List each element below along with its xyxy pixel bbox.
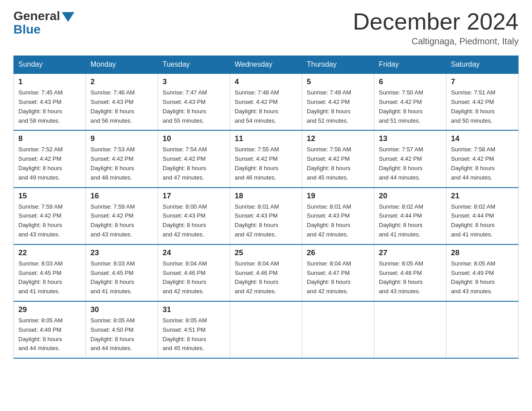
day-info: Sunrise: 8:04 AM Sunset: 4:47 PM Dayligh… — [307, 259, 369, 296]
day-number: 9 — [90, 134, 153, 143]
calendar-cell: 30 Sunrise: 8:05 AM Sunset: 4:50 PM Dayl… — [86, 301, 158, 358]
day-info: Sunrise: 8:01 AM Sunset: 4:43 PM Dayligh… — [307, 202, 369, 240]
day-number: 2 — [90, 77, 153, 86]
day-info: Sunrise: 8:03 AM Sunset: 4:45 PM Dayligh… — [90, 259, 153, 296]
day-info: Sunrise: 8:05 AM Sunset: 4:51 PM Dayligh… — [163, 316, 225, 353]
logo-general-text: General — [13, 9, 60, 23]
calendar-cell: 16 Sunrise: 7:59 AM Sunset: 4:42 PM Dayl… — [86, 188, 158, 244]
week-row-5: 29 Sunrise: 8:05 AM Sunset: 4:49 PM Dayl… — [14, 301, 519, 358]
day-info: Sunrise: 8:00 AM Sunset: 4:43 PM Dayligh… — [163, 202, 225, 240]
day-number: 10 — [163, 134, 225, 143]
day-header-sunday: Sunday — [14, 56, 86, 74]
day-number: 16 — [90, 192, 153, 201]
day-number: 5 — [307, 77, 369, 86]
day-info: Sunrise: 7:59 AM Sunset: 4:42 PM Dayligh… — [90, 202, 153, 240]
day-info: Sunrise: 7:53 AM Sunset: 4:42 PM Dayligh… — [90, 145, 153, 182]
day-number: 1 — [18, 77, 81, 86]
day-header-tuesday: Tuesday — [158, 56, 230, 74]
day-info: Sunrise: 8:03 AM Sunset: 4:45 PM Dayligh… — [18, 259, 81, 296]
day-header-thursday: Thursday — [302, 56, 374, 74]
day-number: 15 — [18, 192, 81, 201]
day-info: Sunrise: 7:58 AM Sunset: 4:42 PM Dayligh… — [451, 145, 514, 182]
day-info: Sunrise: 7:51 AM Sunset: 4:42 PM Dayligh… — [451, 88, 514, 125]
page-header: General Blue December 2024 Caltignaga, P… — [13, 9, 519, 47]
day-number: 14 — [451, 134, 514, 143]
day-header-monday: Monday — [86, 56, 158, 74]
day-info: Sunrise: 8:04 AM Sunset: 4:46 PM Dayligh… — [235, 259, 297, 296]
week-row-3: 15 Sunrise: 7:59 AM Sunset: 4:42 PM Dayl… — [14, 188, 519, 244]
day-number: 30 — [90, 305, 153, 314]
day-info: Sunrise: 7:46 AM Sunset: 4:43 PM Dayligh… — [90, 88, 153, 125]
calendar-cell: 19 Sunrise: 8:01 AM Sunset: 4:43 PM Dayl… — [302, 188, 374, 244]
day-number: 17 — [163, 192, 225, 201]
calendar-cell: 28 Sunrise: 8:05 AM Sunset: 4:49 PM Dayl… — [446, 244, 519, 301]
day-number: 21 — [451, 192, 514, 201]
calendar-cell — [302, 301, 374, 358]
calendar-cell: 26 Sunrise: 8:04 AM Sunset: 4:47 PM Dayl… — [302, 244, 374, 301]
calendar-cell: 12 Sunrise: 7:56 AM Sunset: 4:42 PM Dayl… — [302, 130, 374, 187]
logo-arrow-icon — [62, 12, 74, 22]
calendar-cell: 23 Sunrise: 8:03 AM Sunset: 4:45 PM Dayl… — [86, 244, 158, 301]
day-header-friday: Friday — [374, 56, 446, 74]
day-header-row: SundayMondayTuesdayWednesdayThursdayFrid… — [14, 56, 519, 74]
day-number: 29 — [18, 305, 81, 314]
day-info: Sunrise: 8:05 AM Sunset: 4:49 PM Dayligh… — [451, 259, 514, 296]
day-info: Sunrise: 8:04 AM Sunset: 4:46 PM Dayligh… — [163, 259, 225, 296]
day-number: 6 — [379, 77, 442, 86]
day-number: 22 — [18, 248, 81, 257]
day-number: 12 — [307, 134, 369, 143]
calendar-cell: 15 Sunrise: 7:59 AM Sunset: 4:42 PM Dayl… — [14, 188, 86, 244]
day-number: 13 — [379, 134, 442, 143]
logo-blue-text: Blue — [13, 22, 41, 37]
day-info: Sunrise: 7:50 AM Sunset: 4:42 PM Dayligh… — [379, 88, 442, 125]
calendar-cell: 4 Sunrise: 7:48 AM Sunset: 4:42 PM Dayli… — [230, 73, 302, 130]
calendar-cell — [230, 301, 302, 358]
day-number: 19 — [307, 192, 369, 201]
calendar-cell: 1 Sunrise: 7:45 AM Sunset: 4:43 PM Dayli… — [14, 73, 86, 130]
calendar-cell: 18 Sunrise: 8:01 AM Sunset: 4:43 PM Dayl… — [230, 188, 302, 244]
week-row-2: 8 Sunrise: 7:52 AM Sunset: 4:42 PM Dayli… — [14, 130, 519, 187]
calendar-cell: 29 Sunrise: 8:05 AM Sunset: 4:49 PM Dayl… — [14, 301, 86, 358]
day-number: 4 — [235, 77, 297, 86]
calendar-cell: 25 Sunrise: 8:04 AM Sunset: 4:46 PM Dayl… — [230, 244, 302, 301]
calendar-cell — [446, 301, 519, 358]
calendar-cell: 5 Sunrise: 7:49 AM Sunset: 4:42 PM Dayli… — [302, 73, 374, 130]
day-number: 20 — [379, 192, 442, 201]
calendar-cell: 14 Sunrise: 7:58 AM Sunset: 4:42 PM Dayl… — [446, 130, 519, 187]
month-title: December 2024 — [353, 9, 519, 34]
calendar-cell: 20 Sunrise: 8:02 AM Sunset: 4:44 PM Dayl… — [374, 188, 446, 244]
logo: General Blue — [13, 9, 74, 37]
day-info: Sunrise: 8:05 AM Sunset: 4:49 PM Dayligh… — [18, 316, 81, 353]
location-subtitle: Caltignaga, Piedmont, Italy — [353, 36, 519, 47]
day-number: 24 — [163, 248, 225, 257]
day-info: Sunrise: 8:02 AM Sunset: 4:44 PM Dayligh… — [451, 202, 514, 240]
calendar-cell: 10 Sunrise: 7:54 AM Sunset: 4:42 PM Dayl… — [158, 130, 230, 187]
day-number: 8 — [18, 134, 81, 143]
day-info: Sunrise: 7:47 AM Sunset: 4:43 PM Dayligh… — [163, 88, 225, 125]
calendar-cell: 31 Sunrise: 8:05 AM Sunset: 4:51 PM Dayl… — [158, 301, 230, 358]
day-header-wednesday: Wednesday — [230, 56, 302, 74]
calendar-cell: 21 Sunrise: 8:02 AM Sunset: 4:44 PM Dayl… — [446, 188, 519, 244]
day-number: 31 — [163, 305, 225, 314]
day-number: 26 — [307, 248, 369, 257]
calendar-cell: 3 Sunrise: 7:47 AM Sunset: 4:43 PM Dayli… — [158, 73, 230, 130]
calendar-cell: 13 Sunrise: 7:57 AM Sunset: 4:42 PM Dayl… — [374, 130, 446, 187]
calendar-cell: 27 Sunrise: 8:05 AM Sunset: 4:48 PM Dayl… — [374, 244, 446, 301]
calendar-cell: 9 Sunrise: 7:53 AM Sunset: 4:42 PM Dayli… — [86, 130, 158, 187]
day-number: 28 — [451, 248, 514, 257]
title-area: December 2024 Caltignaga, Piedmont, Ital… — [353, 9, 519, 47]
day-number: 11 — [235, 134, 297, 143]
day-number: 25 — [235, 248, 297, 257]
calendar-cell: 17 Sunrise: 8:00 AM Sunset: 4:43 PM Dayl… — [158, 188, 230, 244]
day-number: 3 — [163, 77, 225, 86]
week-row-1: 1 Sunrise: 7:45 AM Sunset: 4:43 PM Dayli… — [14, 73, 519, 130]
day-info: Sunrise: 7:57 AM Sunset: 4:42 PM Dayligh… — [379, 145, 442, 182]
day-number: 18 — [235, 192, 297, 201]
week-row-4: 22 Sunrise: 8:03 AM Sunset: 4:45 PM Dayl… — [14, 244, 519, 301]
calendar-cell: 11 Sunrise: 7:55 AM Sunset: 4:42 PM Dayl… — [230, 130, 302, 187]
calendar-cell: 7 Sunrise: 7:51 AM Sunset: 4:42 PM Dayli… — [446, 73, 519, 130]
day-header-saturday: Saturday — [446, 56, 519, 74]
day-info: Sunrise: 7:55 AM Sunset: 4:42 PM Dayligh… — [235, 145, 297, 182]
day-info: Sunrise: 8:02 AM Sunset: 4:44 PM Dayligh… — [379, 202, 442, 240]
day-info: Sunrise: 8:05 AM Sunset: 4:48 PM Dayligh… — [379, 259, 442, 296]
